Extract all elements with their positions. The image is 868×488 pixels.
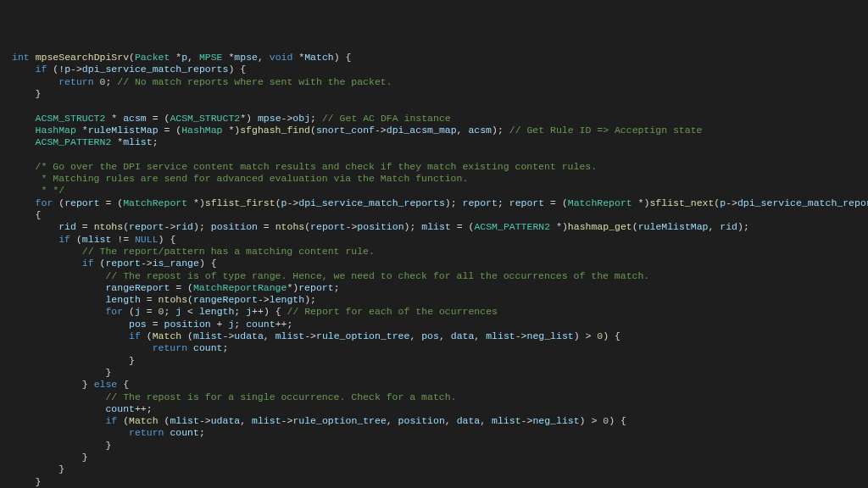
token-cmt: // No match reports where sent with the … xyxy=(117,76,392,87)
code-line[interactable]: return count; xyxy=(12,342,868,354)
token-kw: if xyxy=(82,258,94,269)
token-id: mpse xyxy=(258,113,281,124)
token-kw: int xyxy=(12,52,30,63)
code-line[interactable]: HashMap *ruleMlistMap = (HashMap *)sfgha… xyxy=(12,125,868,136)
token-op: ) { xyxy=(603,330,620,341)
token-op: ; xyxy=(234,306,246,317)
code-line[interactable]: rid = ntohs(report->rid); position = nto… xyxy=(12,221,868,233)
code-line[interactable]: } xyxy=(12,440,868,452)
token-id: pos xyxy=(421,330,439,341)
token-id: acsm xyxy=(123,113,147,124)
token-id: acsm xyxy=(468,125,492,136)
token-op: { xyxy=(36,209,42,220)
token-id: neg_list xyxy=(532,415,579,426)
token-id: mlist xyxy=(252,415,281,426)
token-op: *) xyxy=(550,221,568,232)
token-op: = ( xyxy=(100,197,124,208)
token-fn: sfghash_find xyxy=(240,125,310,136)
token-op: , xyxy=(387,415,398,426)
code-line[interactable]: if (Match (mlist->udata, mlist->rule_opt… xyxy=(12,415,868,427)
code-line[interactable] xyxy=(12,149,868,161)
token-op: = xyxy=(258,221,275,232)
code-line[interactable]: int mpseSearchDpiSrv(Packet *p, MPSE *mp… xyxy=(12,52,868,64)
code-line[interactable]: } xyxy=(12,452,868,463)
token-op: ); xyxy=(445,197,463,208)
token-op: ); xyxy=(492,125,509,136)
code-line[interactable]: return 0; // No match reports where sent… xyxy=(12,76,868,88)
token-id: rule_option_tree xyxy=(292,415,386,426)
token-cmt: /* Go over the DPI service content match… xyxy=(36,161,598,172)
code-line[interactable]: ACSM_STRUCT2 * acsm = (ACSM_STRUCT2*) mp… xyxy=(12,113,868,125)
token-op: -> xyxy=(281,113,293,124)
token-op: ; xyxy=(164,306,176,317)
code-line[interactable]: } else { xyxy=(12,379,868,391)
token-kw: if xyxy=(129,330,141,341)
code-line[interactable]: } xyxy=(12,367,868,379)
token-cmt: // Get AC DFA instance xyxy=(322,113,451,124)
token-type: ACSM_STRUCT2 xyxy=(170,113,240,124)
code-line[interactable]: // The repost is for a single occurrence… xyxy=(12,391,868,403)
token-kw: for xyxy=(105,306,123,317)
token-op: = xyxy=(76,221,94,232)
token-op: ) > xyxy=(580,415,604,426)
token-op: , xyxy=(474,330,486,341)
code-line[interactable]: { xyxy=(12,209,868,221)
token-op: , xyxy=(240,415,252,426)
token-fn: ntohs xyxy=(275,221,305,232)
code-line[interactable]: } xyxy=(12,88,868,100)
token-op: , xyxy=(187,52,199,63)
code-line[interactable]: if (mlist != NULL) { xyxy=(12,234,868,246)
code-line[interactable]: length = ntohs(rangeReport->length); xyxy=(12,294,868,306)
token-type: MPSE xyxy=(199,52,223,63)
token-id: mlist xyxy=(492,415,521,426)
code-line[interactable]: if (report->is_range) { xyxy=(12,258,868,269)
code-line[interactable]: } xyxy=(12,463,868,475)
token-cmt: * Matching rules are send for advanced e… xyxy=(36,173,469,184)
token-op: , xyxy=(709,221,721,232)
token-op: * xyxy=(292,52,304,63)
token-id: count xyxy=(193,342,223,353)
code-line[interactable]: ACSM_PATTERN2 *mlist; xyxy=(12,136,868,148)
token-op: , xyxy=(264,330,275,341)
code-line[interactable]: if (!p->dpi_service_match_reports) { xyxy=(12,64,868,75)
token-op: } xyxy=(82,379,94,390)
code-line[interactable]: for (report = (MatchReport *)sflist_firs… xyxy=(12,197,868,209)
token-op: ( xyxy=(53,197,64,208)
token-op: = ( xyxy=(159,125,182,136)
token-id: rangeReport xyxy=(105,282,170,293)
token-op: ( xyxy=(123,306,135,317)
token-id: dpi_service_match_reports xyxy=(737,197,868,208)
token-id: udata xyxy=(234,330,264,341)
token-op: -> xyxy=(199,415,211,426)
code-line[interactable]: // The repost is of type range. Hence, w… xyxy=(12,270,868,282)
code-line[interactable]: count++; xyxy=(12,403,868,415)
code-line[interactable]: if (Match (mlist->udata, mlist->rule_opt… xyxy=(12,330,868,342)
token-op: ; xyxy=(234,319,246,330)
code-line[interactable]: for (j = 0; j < length; j++) { // Report… xyxy=(12,306,868,318)
token-id: report xyxy=(298,282,333,293)
code-line[interactable]: } xyxy=(12,355,868,367)
code-line[interactable]: * Matching rules are send for advanced e… xyxy=(12,173,868,185)
token-op: *) xyxy=(287,282,298,293)
token-id: obj xyxy=(292,113,310,124)
code-line[interactable]: } xyxy=(12,476,868,488)
code-line[interactable]: pos = position + j; count++; xyxy=(12,319,868,330)
token-op: ( xyxy=(632,221,638,232)
code-editor[interactable]: int mpseSearchDpiSrv(Packet *p, MPSE *mp… xyxy=(12,52,868,488)
token-id: count xyxy=(170,427,199,438)
code-line[interactable]: * */ xyxy=(12,185,868,197)
code-line[interactable] xyxy=(12,100,868,112)
token-type: ACSM_STRUCT2 xyxy=(36,113,106,124)
token-id: Match xyxy=(304,52,334,63)
token-op: *) xyxy=(187,197,205,208)
token-op: , xyxy=(480,415,492,426)
token-id: ruleMlistMap xyxy=(638,221,709,232)
code-line[interactable]: rangeReport = (MatchReportRange*)report; xyxy=(12,282,868,294)
code-line[interactable]: return count; xyxy=(12,427,868,439)
token-id: report xyxy=(64,197,99,208)
code-line[interactable]: // The report/pattern has a matching con… xyxy=(12,246,868,258)
code-line[interactable]: /* Go over the DPI service content match… xyxy=(12,161,868,173)
token-op: ); xyxy=(404,221,422,232)
token-type: ACSM_PATTERN2 xyxy=(36,136,112,147)
token-op: ); xyxy=(737,221,749,232)
